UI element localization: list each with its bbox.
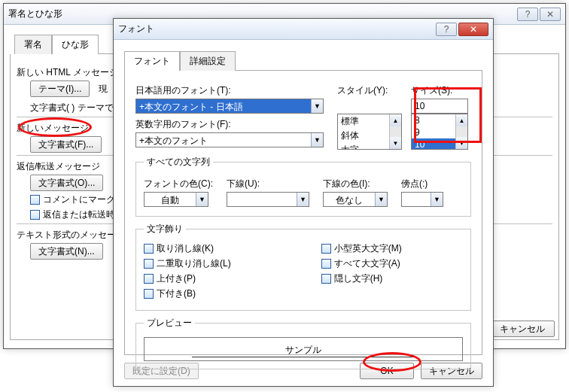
chevron-down-icon: ▼ [297,193,309,206]
superscript-checkbox[interactable] [144,274,154,284]
reply-send-checkbox[interactable] [30,210,40,220]
close-button[interactable]: ✕ [540,8,561,21]
emphasis-label: 傍点(:) [401,178,443,190]
font-help-button[interactable]: ? [436,23,457,36]
strike-label: 取り消し線(K) [157,242,214,255]
latin-font-label: 英数字用のフォント(F): [135,118,328,131]
font-dialog: フォント ? ✕ フォント 詳細設定 日本語用のフォント(T): +本文のフォン… [113,18,494,387]
underline-color-label: 下線の色(I): [323,178,388,190]
latin-font-combo[interactable]: +本文のフォント ▼ [135,132,324,147]
font-tabs: フォント 詳細設定 [124,50,482,71]
decoration-group: 文字飾り 取り消し線(K) 二重取り消し線(L) 上付き(P) 下付き(B) 小… [135,223,471,311]
subscript-checkbox[interactable] [144,289,154,299]
tab-template[interactable]: ひな形 [52,35,99,54]
all-text-legend: すべての文字列 [144,156,213,169]
chevron-down-icon: ▼ [196,193,208,206]
size-label: サイズ(S): [411,84,471,97]
jp-font-value: +本文のフォント - 日本語 [136,99,311,113]
smallcaps-checkbox[interactable] [321,244,331,254]
jp-font-combo[interactable]: +本文のフォント - 日本語 ▼ [135,99,324,114]
style-listbox[interactable]: 標準 斜体 太字 ▲▼ [337,114,402,150]
sig-cancel-button[interactable]: キャンセル [490,321,555,337]
dblstrike-checkbox[interactable] [144,259,154,269]
dblstrike-label: 二重取り消し線(L) [157,257,231,270]
superscript-label: 上付き(P) [157,272,196,285]
font-style-after: ) テーマで [72,102,113,113]
size-value: 10 [412,99,467,113]
chevron-down-icon: ▼ [311,99,323,113]
current-theme-label: 現 [99,84,108,94]
size-listbox[interactable]: 8 9 10 ▲▼ [411,114,468,150]
subscript-label: 下付き(B) [157,287,196,300]
font-close-button[interactable]: ✕ [458,23,488,36]
underline-label: 下線(U): [227,178,309,190]
size-input[interactable]: 10 [411,99,468,114]
chevron-down-icon: ▼ [375,193,387,206]
all-text-group: すべての文字列 フォントの色(C): 自動▼ 下線(U): ▼ 下線の色(I):… [135,156,471,217]
help-button[interactable]: ? [517,8,538,21]
tab-advanced[interactable]: 詳細設定 [180,51,236,71]
hidden-label: 隠し文字(H) [334,272,383,285]
preview-text: サンプル [192,344,414,357]
font-style-label: 文字書式( [30,102,69,113]
smallcaps-label: 小型英大文字(M) [334,242,402,255]
underline-color-value: 色なし [324,193,375,206]
reply-font-button[interactable]: 文字書式(O)... [30,175,103,191]
underline-color-combo[interactable]: 色なし▼ [323,192,388,207]
font-color-label: フォントの色(C): [144,178,213,190]
scrollbar[interactable]: ▲▼ [389,114,401,149]
new-msg-font-button[interactable]: 文字書式(F)... [30,136,102,153]
strike-checkbox[interactable] [144,244,154,254]
style-label: スタイル(Y): [337,84,402,97]
hidden-checkbox[interactable] [321,274,331,284]
jp-font-label: 日本語用のフォント(T): [135,84,328,97]
preview-box: サンプル [144,337,463,361]
text-font-button[interactable]: 文字書式(N)... [30,243,103,260]
font-titlebar: フォント ? ✕ [114,19,493,40]
latin-font-value: +本文のフォント [136,133,311,147]
scrollbar[interactable]: ▲▼ [455,114,467,149]
comment-mark-checkbox[interactable] [30,195,40,205]
chevron-down-icon: ▼ [311,133,323,147]
preview-legend: プレビュー [144,317,195,330]
allcaps-checkbox[interactable] [321,259,331,269]
emphasis-combo[interactable]: ▼ [401,192,443,207]
font-title: フォント [118,23,434,35]
font-color-value: 自動 [145,193,196,206]
chevron-down-icon: ▼ [431,193,443,206]
allcaps-label: すべて大文字(A) [334,257,400,270]
tab-font[interactable]: フォント [124,51,180,71]
preview-group: プレビュー サンプル [135,317,471,369]
tab-signature[interactable]: 署名 [14,35,52,54]
decoration-legend: 文字飾り [144,223,186,236]
theme-button[interactable]: テーマ(I)... [30,81,90,97]
font-color-combo[interactable]: 自動▼ [144,192,208,207]
underline-combo[interactable]: ▼ [227,192,309,207]
font-client: フォント 詳細設定 日本語用のフォント(T): +本文のフォント - 日本語 ▼… [114,40,493,387]
reply-send-label: 返信または転送時に [43,208,124,221]
